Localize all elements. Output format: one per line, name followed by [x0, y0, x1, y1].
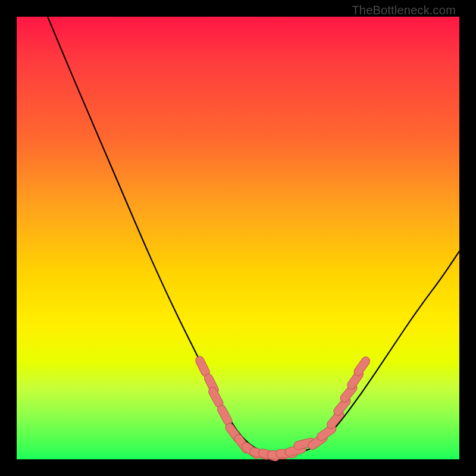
- plot-area: [17, 17, 459, 459]
- chart-frame: TheBottleneck.com: [0, 0, 476, 476]
- bottleneck-curve-path: [48, 17, 459, 455]
- curve-svg: [17, 17, 459, 459]
- curve-marker: [222, 409, 228, 421]
- curve-marker: [338, 401, 346, 411]
- curve-markers: [200, 361, 366, 457]
- curve-marker: [200, 361, 206, 372]
- curve-marker: [213, 392, 219, 403]
- attribution-label: TheBottleneck.com: [352, 4, 456, 17]
